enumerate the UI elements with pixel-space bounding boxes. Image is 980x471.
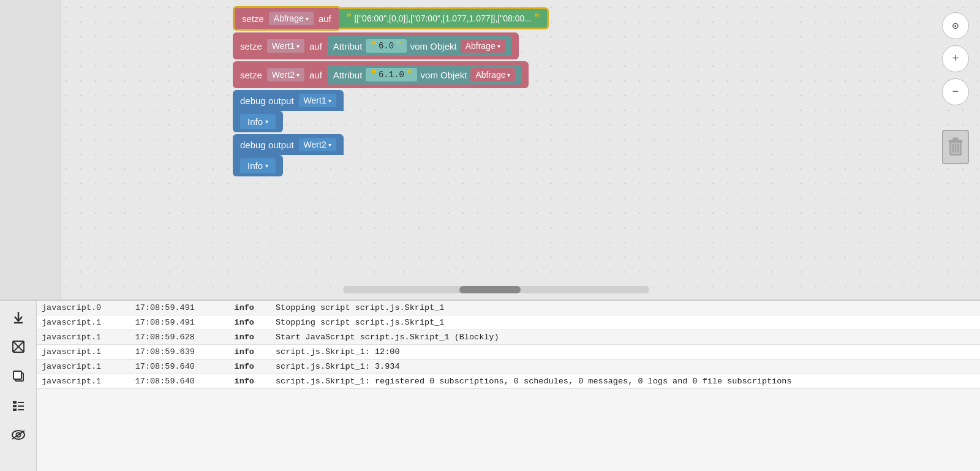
log-message-cell: script.js.Skript_1: 3.934 bbox=[271, 360, 980, 374]
log-message-cell: script.js.Skript_1: 12:00 bbox=[271, 345, 980, 360]
block-row-2: setze Wert1 ▾ auf Attribut " 6.0 " bbox=[233, 32, 549, 59]
abfrage-dropdown-arrow: ▾ bbox=[306, 15, 309, 22]
wert1-dropdown: ▾ bbox=[296, 43, 300, 50]
svg-rect-12 bbox=[13, 371, 21, 379]
log-source-cell: javascript.1 bbox=[37, 345, 130, 360]
log-table: javascript.0 17:08:59.491 info Stopping … bbox=[37, 301, 980, 471]
open-quote-1: " bbox=[346, 13, 352, 24]
hide-log-button[interactable] bbox=[8, 424, 29, 445]
abfrage-chip[interactable]: Abfrage ▾ bbox=[269, 12, 314, 25]
setze-label-3: setze bbox=[240, 70, 262, 80]
block-value-string: " [["06:00",[0,0]],["07:00",[1.077,1.077… bbox=[339, 7, 549, 29]
blockly-right-toolbar: ⊙ + − bbox=[931, 0, 980, 300]
log-source-cell: javascript.1 bbox=[37, 360, 130, 374]
wert1-debug-chip[interactable]: Wert1 ▾ bbox=[299, 94, 336, 107]
abfrage-chip-3[interactable]: Abfrage ▾ bbox=[470, 68, 515, 81]
abfrage-dropdown-3: ▾ bbox=[507, 72, 510, 78]
log-time-cell: 17:08:59.491 bbox=[130, 315, 230, 330]
auf-label-3: auf bbox=[309, 70, 322, 80]
log-level-cell: info bbox=[230, 301, 271, 315]
log-time-cell: 17:08:59.491 bbox=[130, 301, 230, 315]
log-message-cell: script.js.Skript_1: registered 0 subscri… bbox=[271, 374, 980, 389]
value-display: [["06:00",[0,0]],["07:00",[1.077,1.077]]… bbox=[354, 13, 532, 23]
log-row: javascript.1 17:08:59.640 info script.js… bbox=[37, 360, 980, 374]
list-view-button[interactable] bbox=[8, 395, 29, 416]
value-610-chip: " 6.1.0 " bbox=[366, 68, 417, 81]
block-row-5: debug output Wert2 ▾ Info ▾ bbox=[233, 134, 549, 176]
log-row: javascript.1 17:08:59.640 info script.js… bbox=[37, 374, 980, 389]
svg-rect-15 bbox=[13, 405, 17, 407]
log-source-cell: javascript.0 bbox=[37, 301, 130, 315]
svg-rect-2 bbox=[953, 138, 958, 141]
log-message-cell: Stopping script script.js.Skript_1 bbox=[271, 315, 980, 330]
debug-output-label-1: debug output bbox=[240, 96, 294, 106]
block-info-1: Info ▾ bbox=[233, 111, 283, 132]
wert2-debug-chip[interactable]: Wert2 ▾ bbox=[299, 138, 336, 151]
vom-objekt-label-1: vom Objekt bbox=[410, 41, 457, 51]
horizontal-scrollbar[interactable] bbox=[343, 286, 649, 293]
log-row: javascript.1 17:08:59.628 info Start Jav… bbox=[37, 330, 980, 345]
vom-objekt-label-2: vom Objekt bbox=[421, 70, 467, 80]
log-level-cell: info bbox=[230, 360, 271, 374]
trash-can-icon[interactable] bbox=[942, 130, 969, 164]
close-quote-1: " bbox=[534, 13, 540, 24]
block-canvas: setze Abfrage ▾ auf " [["06:00",[0,0]],[… bbox=[61, 0, 931, 300]
log-message-cell: Start JavaScript script.js.Skript_1 (Blo… bbox=[271, 330, 980, 345]
log-source-cell: javascript.1 bbox=[37, 330, 130, 345]
wert2-chip[interactable]: Wert2 ▾ bbox=[267, 68, 304, 81]
log-sidebar bbox=[0, 301, 37, 471]
auf-label-1: auf bbox=[318, 13, 331, 24]
block-debug-wert2: debug output Wert2 ▾ bbox=[233, 134, 344, 155]
scrollbar-thumb[interactable] bbox=[459, 286, 521, 293]
log-message-cell: Stopping script script.js.Skript_1 bbox=[271, 301, 980, 315]
clear-log-button[interactable] bbox=[8, 336, 29, 357]
log-row: javascript.1 17:08:59.639 info script.js… bbox=[37, 345, 980, 360]
attribut-label-2: Attribut bbox=[333, 70, 363, 80]
copy-log-button[interactable] bbox=[8, 366, 29, 386]
log-time-cell: 17:08:59.639 bbox=[130, 345, 230, 360]
block-setze-wert2: setze Wert2 ▾ auf Attribut " 6.1.0 " bbox=[233, 61, 529, 88]
log-level-cell: info bbox=[230, 315, 271, 330]
auf-label-2: auf bbox=[309, 41, 322, 51]
log-row: javascript.0 17:08:59.491 info Stopping … bbox=[37, 301, 980, 315]
wert2-debug-dropdown: ▾ bbox=[328, 141, 331, 148]
block-setze-abfrage: setze Abfrage ▾ auf bbox=[233, 6, 339, 31]
value-60-chip: " 6.0 " bbox=[366, 39, 406, 53]
block-attribut-1: Attribut " 6.0 " vom Objekt Abfrage ▾ bbox=[327, 36, 511, 56]
info-button-1[interactable]: Info ▾ bbox=[240, 114, 276, 129]
log-level-cell: info bbox=[230, 345, 271, 360]
crosshair-button[interactable]: ⊙ bbox=[942, 12, 969, 39]
wert1-chip[interactable]: Wert1 ▾ bbox=[267, 39, 304, 53]
block-info-2: Info ▾ bbox=[233, 155, 283, 176]
blockly-left-sidebar bbox=[0, 0, 61, 300]
log-time-cell: 17:08:59.628 bbox=[130, 330, 230, 345]
log-area: javascript.0 17:08:59.491 info Stopping … bbox=[0, 300, 980, 471]
log-level-cell: info bbox=[230, 374, 271, 389]
svg-rect-17 bbox=[13, 409, 17, 411]
svg-rect-13 bbox=[13, 401, 17, 404]
block-row-3: setze Wert2 ▾ auf Attribut " 6.1.0 " bbox=[233, 61, 549, 88]
wert2-dropdown: ▾ bbox=[296, 72, 300, 78]
attribut-label-1: Attribut bbox=[333, 41, 363, 51]
log-time-cell: 17:08:59.640 bbox=[130, 374, 230, 389]
log-level-cell: info bbox=[230, 330, 271, 345]
blockly-canvas: ⊙ + − setze Abfrage bbox=[0, 0, 980, 300]
zoom-in-button[interactable]: + bbox=[942, 45, 969, 72]
setze-label-2: setze bbox=[240, 41, 262, 51]
block-debug-wert1: debug output Wert1 ▾ bbox=[233, 90, 344, 111]
block-row-4: debug output Wert1 ▾ Info ▾ bbox=[233, 90, 549, 132]
info-button-2[interactable]: Info ▾ bbox=[240, 158, 276, 173]
log-source-cell: javascript.1 bbox=[37, 374, 130, 389]
info-dropdown-2: ▾ bbox=[265, 162, 268, 169]
abfrage-chip-2[interactable]: Abfrage ▾ bbox=[461, 39, 505, 53]
scroll-down-button[interactable] bbox=[8, 307, 29, 328]
blocks-container: setze Abfrage ▾ auf " [["06:00",[0,0]],[… bbox=[233, 6, 549, 178]
zoom-out-button[interactable]: − bbox=[942, 78, 969, 105]
setze-label: setze bbox=[242, 13, 264, 24]
log-source-cell: javascript.1 bbox=[37, 315, 130, 330]
log-row: javascript.1 17:08:59.491 info Stopping … bbox=[37, 315, 980, 330]
info-dropdown-1: ▾ bbox=[265, 118, 268, 125]
debug-output-label-2: debug output bbox=[240, 140, 294, 150]
block-setze-wert1: setze Wert1 ▾ auf Attribut " 6.0 " bbox=[233, 32, 519, 59]
wert1-debug-dropdown: ▾ bbox=[328, 97, 331, 104]
